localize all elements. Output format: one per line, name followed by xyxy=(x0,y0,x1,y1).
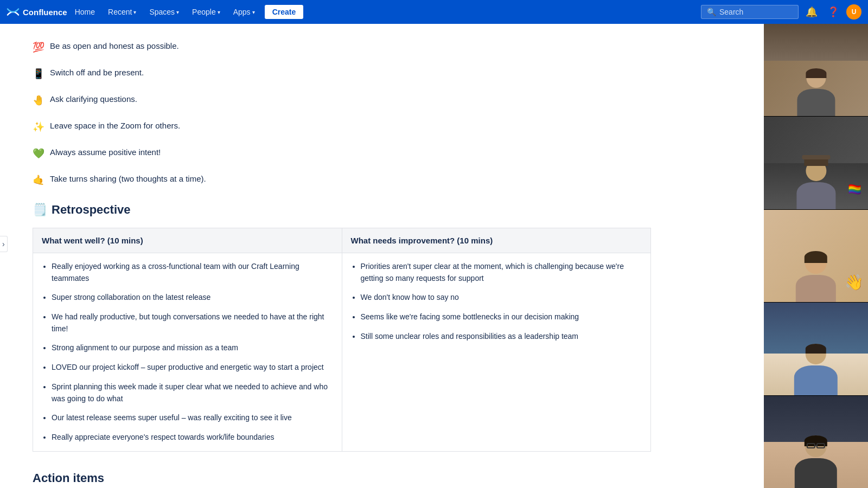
ground-rule-emoji: 💚 xyxy=(33,146,44,161)
ground-rule-emoji: 🤚 xyxy=(33,93,44,108)
video-tile-1 xyxy=(764,24,868,117)
wave-hand-icon: 👋 xyxy=(845,273,864,291)
retro-emoji: 🗒️ xyxy=(33,203,47,217)
notifications-button[interactable]: 🔔 xyxy=(803,3,820,21)
nav-recent[interactable]: Recent ▾ xyxy=(103,5,142,18)
search-icon: 🔍 xyxy=(707,8,716,16)
needs-improvement-item: Seems like we're facing some bottlenecks… xyxy=(361,311,642,323)
needs-improvement-item: We don't know how to say no xyxy=(361,292,642,304)
went-well-item: Super strong collaboration on the latest… xyxy=(52,292,333,304)
video-tile-2: 🏳️‍🌈 xyxy=(764,117,868,209)
search-bar[interactable]: 🔍 Search xyxy=(701,5,799,19)
nav-people[interactable]: People ▾ xyxy=(187,5,226,18)
ground-rule-emoji: 🤙 xyxy=(33,173,44,188)
went-well-item: Really enjoyed working as a cross-functi… xyxy=(52,261,333,284)
ground-rule-emoji: 📱 xyxy=(33,67,44,81)
content-area: 💯Be as open and honest as possible.📱Swit… xyxy=(0,24,684,488)
sidebar-toggle[interactable]: › xyxy=(0,236,8,252)
ground-rule-emoji: 💯 xyxy=(33,40,44,55)
ground-rule-text: Always assume positive intent! xyxy=(50,146,161,159)
needs-improvement-cell: Priorities aren't super clear at the mom… xyxy=(342,253,651,452)
ground-rule-text: Switch off and be present. xyxy=(50,67,144,79)
nav-spaces[interactable]: Spaces ▾ xyxy=(144,5,184,18)
ground-rule-item: 💯Be as open and honest as possible. xyxy=(33,40,651,55)
confluence-logo[interactable]: Confluence xyxy=(7,5,67,18)
went-well-item: Our latest release seems super useful – … xyxy=(52,412,333,424)
needs-improvement-item: Priorities aren't super clear at the mom… xyxy=(361,261,642,284)
needs-improvement-list: Priorities aren't super clear at the mom… xyxy=(351,261,642,342)
action-items-heading: Action items xyxy=(33,471,651,485)
people-chevron-icon: ▾ xyxy=(218,9,220,15)
ground-rule-item: 🤚Ask clarifying questions. xyxy=(33,93,651,108)
sidebar-toggle-icon: › xyxy=(2,240,5,248)
ground-rule-item: 📱Switch off and be present. xyxy=(33,67,651,81)
ground-rule-text: Ask clarifying questions. xyxy=(50,93,137,106)
video-tile-3: 👋 xyxy=(764,210,868,303)
went-well-item: LOVED our project kickoff – super produc… xyxy=(52,362,333,374)
went-well-header: What went well? (10 mins) xyxy=(33,228,342,253)
create-button[interactable]: Create xyxy=(265,5,304,19)
ground-rule-text: Leave space in the Zoom for others. xyxy=(50,120,180,132)
went-well-item: Really appreciate everyone's respect tow… xyxy=(52,432,333,444)
ground-rule-emoji: ✨ xyxy=(33,120,44,134)
search-placeholder-text: Search xyxy=(719,8,743,16)
help-button[interactable]: ❓ xyxy=(825,3,842,21)
nav-right: 🔍 Search 🔔 ❓ U xyxy=(701,3,861,21)
went-well-cell: Really enjoyed working as a cross-functi… xyxy=(33,253,342,452)
needs-improvement-header: What needs improvement? (10 mins) xyxy=(342,228,651,253)
ground-rule-item: ✨Leave space in the Zoom for others. xyxy=(33,120,651,134)
needs-improvement-item: Still some unclear roles and responsibil… xyxy=(361,331,642,343)
ground-rules-list: 💯Be as open and honest as possible.📱Swit… xyxy=(33,40,651,188)
top-nav: Confluence Home Recent ▾ Spaces ▾ People… xyxy=(0,0,868,24)
video-tile-4 xyxy=(764,303,868,395)
confluence-logo-text: Confluence xyxy=(23,8,67,17)
retrospective-table: What went well? (10 mins) What needs imp… xyxy=(33,228,651,452)
went-well-item: We had really productive, but tough conv… xyxy=(52,311,333,335)
went-well-item: Strong alignment to our purpose and miss… xyxy=(52,342,333,354)
nav-home[interactable]: Home xyxy=(69,5,100,18)
main-wrapper: 💯Be as open and honest as possible.📱Swit… xyxy=(0,24,868,488)
video-panel: 🏳️‍🌈 👋 xyxy=(764,24,868,488)
user-avatar[interactable]: U xyxy=(846,4,861,20)
went-well-list: Really enjoyed working as a cross-functi… xyxy=(42,261,333,444)
retrospective-heading: 🗒️ Retrospective xyxy=(33,203,651,217)
ground-rule-item: 💚Always assume positive intent! xyxy=(33,146,651,161)
recent-chevron-icon: ▾ xyxy=(133,9,136,15)
spaces-chevron-icon: ▾ xyxy=(176,9,179,15)
retro-heading-text: Retrospective xyxy=(52,203,131,217)
rainbow-flag-icon: 🏳️‍🌈 xyxy=(848,183,861,196)
ground-rule-text: Be as open and honest as possible. xyxy=(50,40,179,53)
nav-apps[interactable]: Apps ▾ xyxy=(228,5,260,18)
ground-rule-text: Take turns sharing (two thoughts at a ti… xyxy=(50,173,206,185)
apps-chevron-icon: ▾ xyxy=(252,9,255,15)
video-tile-5 xyxy=(764,396,868,488)
ground-rule-item: 🤙Take turns sharing (two thoughts at a t… xyxy=(33,173,651,188)
went-well-item: Sprint planning this week made it super … xyxy=(52,381,333,404)
